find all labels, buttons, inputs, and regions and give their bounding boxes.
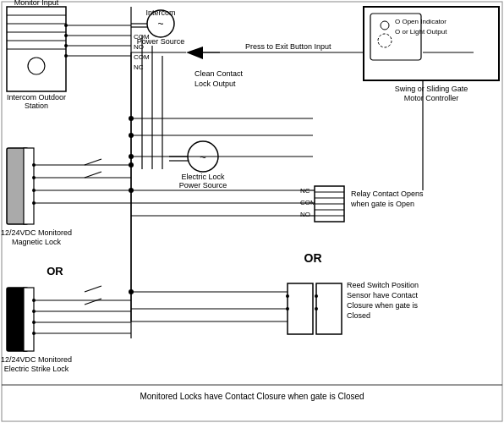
svg-text:Magnetic Lock: Magnetic Lock (12, 238, 62, 246)
svg-text:Power Source: Power Source (179, 181, 227, 190)
svg-point-105 (315, 294, 318, 298)
svg-text:when gate is Open: when gate is Open (350, 200, 414, 208)
svg-text:O or Light Output: O or Light Output (395, 28, 447, 36)
svg-text:Relay Contact Opens: Relay Contact Opens (351, 190, 424, 198)
svg-text:Motor Controller: Motor Controller (404, 94, 459, 102)
svg-text:Sensor have Contact: Sensor have Contact (347, 291, 419, 299)
svg-text:Electric Strike Lock: Electric Strike Lock (4, 365, 69, 373)
svg-text:OR: OR (304, 251, 322, 265)
svg-rect-41 (24, 148, 34, 224)
svg-text:NO: NO (134, 43, 144, 51)
svg-text:O Open Indicator: O Open Indicator (395, 18, 446, 25)
svg-text:OR: OR (47, 265, 63, 277)
svg-text:Reed Switch Position: Reed Switch Position (347, 281, 419, 289)
svg-point-104 (286, 307, 289, 310)
svg-text:Swing or Sliding Gate: Swing or Sliding Gate (395, 85, 468, 93)
svg-point-114 (378, 34, 392, 47)
svg-text:12/24VDC Monitored: 12/24VDC Monitored (1, 228, 72, 237)
svg-text:Intercom: Intercom (145, 8, 175, 17)
svg-point-7 (28, 58, 45, 74)
svg-text:NC: NC (134, 63, 144, 71)
svg-text:~: ~ (157, 18, 163, 30)
svg-point-103 (286, 294, 289, 298)
svg-text:Closure when gate is: Closure when gate is (347, 301, 419, 310)
svg-text:Lock Output: Lock Output (194, 80, 236, 88)
svg-text:Monitor Input: Monitor Input (14, 0, 59, 7)
svg-text:Press to Exit Button Input: Press to Exit Button Input (245, 42, 331, 51)
svg-point-106 (315, 307, 318, 310)
wiring-diagram: Monitor Input Intercom Outdoor Station ~… (0, 0, 504, 423)
svg-point-113 (381, 21, 389, 30)
svg-text:NO: NO (300, 211, 310, 218)
svg-rect-54 (24, 288, 34, 351)
svg-text:Monitored Locks have Contact C: Monitored Locks have Contact Closure whe… (140, 392, 364, 401)
svg-text:Closed: Closed (347, 311, 370, 320)
svg-rect-97 (288, 283, 313, 334)
svg-text:12/24VDC Monitored: 12/24VDC Monitored (1, 355, 72, 364)
svg-text:COM: COM (134, 33, 150, 41)
svg-text:Clean Contact: Clean Contact (194, 69, 244, 78)
svg-text:Station: Station (25, 102, 48, 110)
svg-rect-98 (316, 283, 342, 334)
svg-text:Electric Lock: Electric Lock (181, 173, 225, 181)
svg-text:COM: COM (134, 53, 150, 61)
svg-text:Intercom Outdoor: Intercom Outdoor (7, 93, 66, 102)
